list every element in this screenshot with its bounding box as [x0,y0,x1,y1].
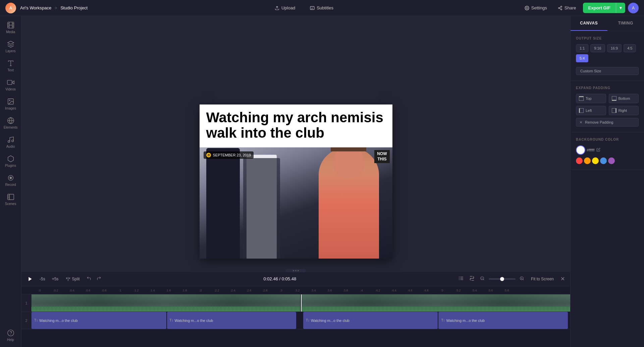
ruler-mark: :1 [112,289,128,292]
zoom-slider-container [489,278,516,280]
sidebar-item-text[interactable]: Text [1,57,20,75]
size-1-1-button[interactable]: 1:1 [576,44,588,52]
color-presets [576,157,615,164]
size-5-4-button[interactable]: 5:4 [576,54,588,62]
sidebar-label-scenes: Scenes [5,202,16,206]
text-track-row: 2 T↕ Watching m...o the club T↕ Watching… [21,312,570,329]
minus5-button[interactable]: -5s [38,275,47,283]
text-segment-1[interactable]: T↕ Watching m...o the club [32,312,166,329]
ruler-mark: :2.4 [225,289,241,292]
undo-icon [87,276,91,281]
color-preset-yellow[interactable] [592,157,599,164]
fit-screen-button[interactable]: Fit to Screen [528,275,556,283]
text-track-content[interactable]: T↕ Watching m...o the club T↕ Watching m… [32,312,570,329]
thumbnail-strip-2 [301,294,570,306]
padding-top-icon [579,96,584,101]
sidebar-label-videos: Videos [5,87,15,91]
padding-bottom-button[interactable]: Bottom [609,94,639,103]
text-segment-3[interactable]: T↕ Watching m...o the club [303,312,438,329]
zoom-slider[interactable] [489,278,516,280]
zoom-out-icon [480,276,485,281]
settings-button[interactable]: Settings [521,3,551,12]
upload-button[interactable]: Upload [271,3,299,12]
edit-color-button[interactable] [596,147,601,153]
timeline-right: Fit to Screen ✕ [457,274,566,283]
share-button[interactable]: Share [554,3,580,12]
timeline-toolbar: -5s +5s Split 0:02.46 / 0:05.48 [21,272,570,286]
sidebar-label-record: Record [5,183,16,187]
text-segment-icon-1: T↕ [34,319,38,322]
plus5-button[interactable]: +5s [50,275,61,283]
sidebar-item-images[interactable]: Images [1,95,20,113]
ruler-mark: :3.6 [321,289,337,292]
ruler-mark: :3.8 [337,289,354,292]
sidebar-label-media: Media [6,30,15,34]
text-segment-2[interactable]: T↕ Watching m...o the club [167,312,296,329]
close-timeline-button[interactable]: ✕ [559,274,566,283]
sidebar-item-help[interactable]: Help [1,327,20,344]
remove-padding-button[interactable]: Remove Padding [576,118,639,127]
sidebar-item-plugins[interactable]: Plugins [1,152,20,170]
export-button[interactable]: Export GIF ▾ [583,3,625,13]
timeline-tracks: 1 [21,294,570,345]
color-preset-red[interactable] [576,157,583,164]
sidebar-label-images: Images [5,107,16,110]
left-sidebar: Media Layers Text Videos Images Elements… [0,16,21,347]
zoom-in-icon [520,276,524,281]
video-segment-2[interactable] [301,294,570,311]
tab-canvas[interactable]: CANVAS [571,16,607,31]
zoom-in-button[interactable] [518,275,526,283]
pencil-icon [596,148,600,152]
timeline-drag-handle[interactable] [286,269,306,272]
svg-marker-34 [29,277,32,281]
sidebar-item-scenes[interactable]: Scenes [1,191,20,208]
avatar[interactable]: A [628,3,639,13]
sidebar-item-record[interactable]: Record [1,171,20,189]
text-segment-icon-3: T↕ [306,319,310,322]
share-icon [558,6,562,10]
sidebar-item-audio[interactable]: Audio [1,133,20,151]
export-main[interactable]: Export GIF [583,3,616,13]
sidebar-item-media[interactable]: Media [1,19,20,37]
playhead[interactable] [301,294,302,311]
svg-point-2 [526,7,528,9]
zoom-out-button[interactable] [479,275,486,283]
track-controls-button[interactable] [457,274,465,283]
ruler-mark: :4 [354,289,370,292]
text-segment-4[interactable]: T↕ Watching m...o the club [438,312,568,329]
padding-left-button[interactable]: Left [576,106,606,115]
color-preset-orange[interactable] [584,157,591,164]
size-16-9-button[interactable]: 16:9 [607,44,622,52]
sidebar-item-elements[interactable]: Elements [1,114,20,132]
split-button[interactable]: Split [63,275,82,283]
plugins-icon [7,155,14,162]
redo-button[interactable] [95,275,103,283]
topbar-center: Upload Subtitles [88,3,521,12]
play-button[interactable] [25,274,35,284]
color-preset-purple[interactable] [608,157,615,164]
export-dropdown-arrow[interactable]: ▾ [616,3,625,13]
subtitles-icon [310,6,315,10]
video-segment-1[interactable] [32,294,301,311]
timeline-area: -5s +5s Split 0:02.46 / 0:05.48 [21,271,570,347]
track-controls-icon [459,276,464,281]
tab-timing[interactable]: TIMING [607,16,644,31]
padding-top-button[interactable]: Top [576,94,606,103]
undo-button[interactable] [85,275,93,283]
sidebar-item-layers[interactable]: Layers [1,38,20,56]
split-tracks-button[interactable] [468,274,476,283]
color-preset-blue[interactable] [600,157,607,164]
size-9-16-button[interactable]: 9:16 [590,44,605,52]
size-4-5-button[interactable]: 4:5 [624,44,636,52]
zoom-slider-thumb [500,277,504,281]
video-track-content[interactable] [32,294,570,311]
split-tracks-icon [469,276,475,281]
bg-color-swatch-main[interactable] [576,145,585,155]
sidebar-item-videos[interactable]: Videos [1,76,20,94]
ruler-mark: :0.4 [64,289,80,292]
padding-right-button[interactable]: Right [609,106,639,115]
jacket-center [243,158,280,259]
subtitles-button[interactable]: Subtitles [307,3,337,12]
play-icon [28,276,33,282]
custom-size-button[interactable]: Custom Size [576,67,639,75]
